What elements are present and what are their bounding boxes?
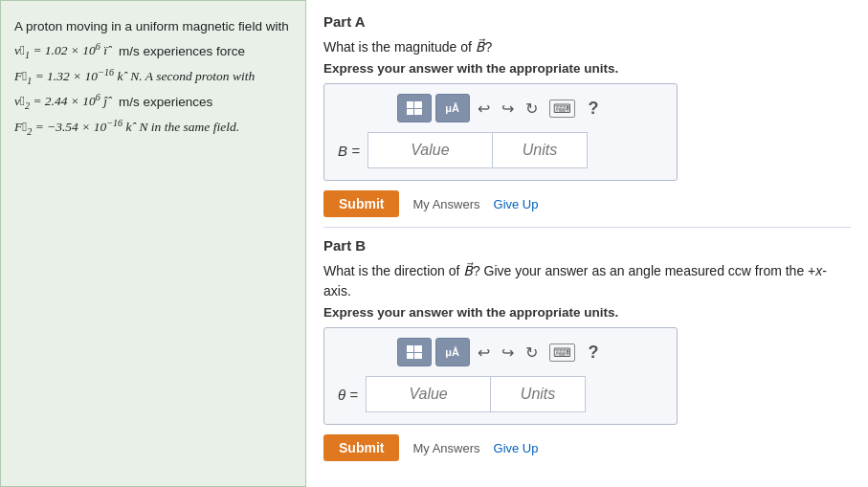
part-b-refresh-button[interactable]: ↻ — [522, 342, 542, 364]
part-b-grid-button[interactable] — [397, 338, 432, 366]
part-a-give-up-link[interactable]: Give Up — [494, 197, 539, 211]
part-b-answer-box: μÅ ↩ ↪ ↻ ⌨ ? θ = — [323, 327, 678, 425]
part-a-value-input[interactable] — [367, 132, 492, 168]
part-a-units-input[interactable] — [492, 132, 588, 168]
mu-button[interactable]: μÅ — [435, 94, 470, 122]
part-a-label: Part A — [323, 13, 851, 30]
part-b-submit-row: Submit My Answers Give Up — [323, 434, 851, 461]
part-a-section: Part A What is the magnitude of B⃗? Expr… — [323, 13, 851, 217]
part-b-section: Part B What is the direction of B⃗? Give… — [323, 237, 851, 461]
part-b-undo-button[interactable]: ↩ — [474, 342, 494, 364]
keyboard-icon: ⌨ — [549, 100, 575, 118]
part-b-submit-button[interactable]: Submit — [323, 434, 399, 461]
part-a-answer-box: μÅ ↩ ↪ ↻ ⌨ ? B = — [323, 83, 678, 181]
part-b-units-input[interactable] — [490, 376, 586, 412]
problem-text: A proton moving in a uniform magnetic fi… — [14, 16, 292, 140]
part-a-input-row: B = — [338, 132, 663, 168]
part-b-value-input[interactable] — [366, 376, 490, 412]
part-a-eq-label: B = — [338, 143, 360, 159]
part-b-give-up-link[interactable]: Give Up — [494, 441, 539, 455]
part-b-input-row: θ = — [338, 376, 663, 412]
part-a-my-answers-link[interactable]: My Answers — [412, 197, 479, 211]
part-b-help-button[interactable]: ? — [583, 341, 605, 365]
part-divider — [323, 227, 851, 228]
part-b-express: Express your answer with the appropriate… — [323, 305, 851, 320]
part-b-grid-icon — [407, 345, 422, 359]
mu-label: μÅ — [445, 102, 459, 114]
part-b-keyboard-button[interactable]: ⌨ — [545, 342, 579, 363]
part-b-my-answers-link[interactable]: My Answers — [412, 441, 479, 455]
part-a-submit-button[interactable]: Submit — [323, 190, 399, 217]
right-panel: Part A What is the magnitude of B⃗? Expr… — [306, 0, 868, 487]
undo-button[interactable]: ↩ — [474, 98, 494, 120]
part-b-eq-label: θ = — [338, 387, 358, 403]
refresh-button[interactable]: ↻ — [522, 98, 542, 120]
part-b-mu-button[interactable]: μÅ — [435, 338, 470, 366]
grid-icon — [407, 101, 422, 115]
part-a-question: What is the magnitude of B⃗? — [323, 37, 851, 57]
grid-button[interactable] — [397, 94, 432, 122]
part-b-redo-button[interactable]: ↪ — [498, 342, 518, 364]
part-b-keyboard-icon: ⌨ — [549, 343, 575, 362]
part-a-express: Express your answer with the appropriate… — [323, 61, 851, 76]
keyboard-button[interactable]: ⌨ — [545, 98, 579, 119]
part-a-toolbar: μÅ ↩ ↪ ↻ ⌨ ? — [338, 94, 663, 122]
help-button[interactable]: ? — [583, 97, 605, 121]
part-b-question: What is the direction of B⃗? Give your a… — [323, 261, 851, 301]
part-b-mu-label: μÅ — [445, 346, 459, 358]
part-b-label: Part B — [323, 237, 851, 254]
part-b-toolbar: μÅ ↩ ↪ ↻ ⌨ ? — [338, 338, 663, 366]
part-a-submit-row: Submit My Answers Give Up — [323, 190, 851, 217]
redo-button[interactable]: ↪ — [498, 98, 518, 120]
problem-description: A proton moving in a uniform magnetic fi… — [0, 0, 306, 487]
